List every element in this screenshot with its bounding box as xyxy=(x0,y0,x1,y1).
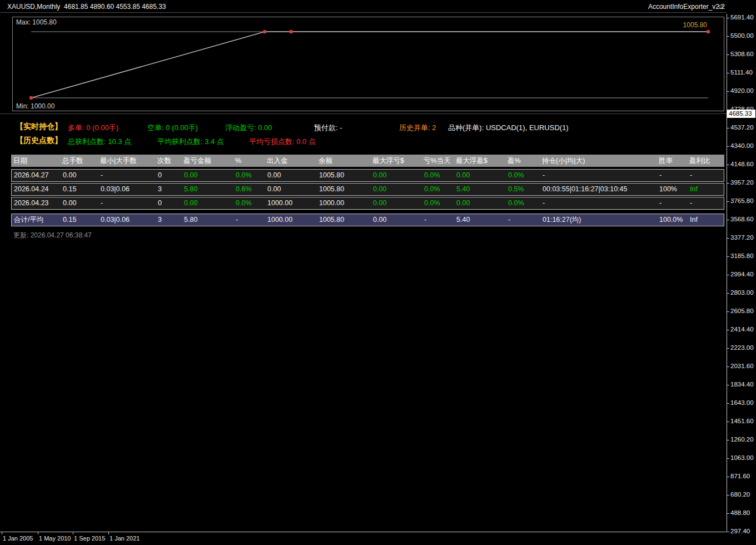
table-cell: 1005.80 xyxy=(319,214,344,226)
equity-min-label: Min: 1000.00 xyxy=(16,102,54,110)
price-tick xyxy=(727,238,729,239)
time-tick-label: 1 May 2010 xyxy=(39,535,71,542)
price-tick xyxy=(727,54,729,55)
table-cell: 3 xyxy=(158,184,162,195)
price-tick-label: 3185.80 xyxy=(730,252,754,259)
table-cell: 1000.00 xyxy=(267,197,292,209)
history-merged-value: 历史并单: 2 xyxy=(399,123,436,133)
price-tick-label: 2223.00 xyxy=(730,344,754,351)
price-tick-label: 871.60 xyxy=(730,473,750,479)
price-tick xyxy=(727,293,729,294)
margin-value: 预付款: - xyxy=(314,123,342,133)
table-cell: 0.00 xyxy=(373,214,386,226)
avg-profit-points: 平均获利点数: 3.4 点 xyxy=(157,137,224,147)
table-cell: 2026.04.24 xyxy=(14,184,49,195)
price-tick-label: 4728.60 xyxy=(730,106,754,112)
table-cell: 0.15 xyxy=(63,184,76,195)
header-cell: 亏%当天 xyxy=(424,155,451,167)
table-cell: 0.0% xyxy=(508,170,524,181)
price-tick xyxy=(727,220,729,220)
price-tick-label: 3568.60 xyxy=(730,216,754,222)
table-cell: 5.80 xyxy=(184,214,197,226)
price-tick xyxy=(727,18,729,18)
window-separator xyxy=(0,12,727,13)
table-cell: 2026.04.23 xyxy=(14,197,49,209)
header-cell: 盈亏金额 xyxy=(183,155,211,167)
price-tick-label: 3377.20 xyxy=(730,234,754,241)
table-cell: 2026.04.27 xyxy=(14,170,49,181)
table-cell: 0.00 xyxy=(267,170,281,181)
table-cell: 0.0% xyxy=(508,197,524,209)
table-cell: - xyxy=(101,170,103,181)
table-cell: 00:03:55|01:16:27|03:10:45 xyxy=(543,184,627,195)
price-tick-label: 1063.00 xyxy=(730,454,754,461)
price-axis[interactable]: 4685.33 5691.405500.005308.605111.404920… xyxy=(727,14,756,532)
price-tick xyxy=(727,403,729,404)
table-total-row: 合计/平均0.150.03|0.0635.80-1000.001005.800.… xyxy=(11,214,724,226)
price-tick xyxy=(727,73,729,73)
header-cell: 出入金 xyxy=(267,155,288,167)
price-tick xyxy=(727,495,729,496)
history-points-label: 【历史点数】 xyxy=(16,136,62,146)
symbols-merged-value: 品种(并单): USDCAD(1), EURUSD(1) xyxy=(448,123,569,133)
time-axis[interactable]: 1 Jan 20051 May 20101 Sep 20151 Jan 2021 xyxy=(0,532,727,545)
price-tick xyxy=(727,458,729,459)
table-cell: 0.00 xyxy=(63,170,76,181)
smiley-icon[interactable]: ☺ xyxy=(717,2,724,11)
table-cell: 0.0% xyxy=(424,184,440,195)
price-tick-label: 2414.40 xyxy=(730,326,754,333)
table-cell: 0.00 xyxy=(456,170,470,181)
price-tick-label: 4148.60 xyxy=(730,161,754,167)
time-axis-line xyxy=(0,532,727,532)
price-tick xyxy=(727,91,729,92)
table-cell: 0.0% xyxy=(236,197,252,209)
header-cell: 盈利比 xyxy=(689,155,710,167)
header-cell: 余额 xyxy=(319,155,332,167)
table-cell: 1005.80 xyxy=(319,170,344,181)
table-cell: 0.00 xyxy=(373,170,386,181)
price-tick xyxy=(727,183,729,184)
table-row: 2026.04.230.00-00.000.0%1000.001000.000.… xyxy=(11,197,724,210)
table-cell: 5.40 xyxy=(456,184,470,195)
header-cell: 次数 xyxy=(157,155,171,167)
header-cell: 总手数 xyxy=(62,155,83,167)
header-cell: % xyxy=(235,155,241,167)
price-tick-label: 2803.00 xyxy=(730,289,754,296)
price-tick xyxy=(727,110,729,110)
price-tick-label: 3765.80 xyxy=(730,197,754,204)
price-tick-label: 4537.20 xyxy=(730,124,754,131)
table-cell: - xyxy=(659,197,662,209)
price-tick-label: 297.40 xyxy=(730,528,750,534)
price-tick xyxy=(727,256,729,257)
table-cell: 1000.00 xyxy=(319,197,344,209)
table-cell: - xyxy=(508,214,510,226)
table-cell: 0.00 xyxy=(456,197,470,209)
header-cell: 最大浮亏$ xyxy=(372,155,404,167)
price-tick-label: 1643.00 xyxy=(730,399,754,406)
table-cell: 0.00 xyxy=(373,197,386,209)
price-tick xyxy=(727,440,729,440)
price-tick-label: 680.20 xyxy=(730,491,750,498)
total-profit-points: 总获利点数: 10.3 点 xyxy=(68,137,131,147)
price-tick-label: 5691.40 xyxy=(730,14,754,21)
table-cell: 0.0% xyxy=(424,170,440,181)
subwindow-separator[interactable] xyxy=(0,113,727,114)
table-cell: - xyxy=(101,197,103,209)
price-tick-label: 4340.00 xyxy=(730,142,754,149)
price-tick xyxy=(727,165,729,165)
price-tick-label: 5111.40 xyxy=(730,69,753,76)
price-tick-label: 2994.40 xyxy=(730,271,754,278)
table-header-row: 日期总手数最小|大手数次数盈亏金额%出入金余额最大浮亏$亏%当天最大浮盈$盈%持… xyxy=(11,155,724,167)
symbol-title: XAUUSD,Monthly 4681.85 4890.60 4553.85 4… xyxy=(7,3,166,11)
price-tick xyxy=(727,366,729,367)
time-tick xyxy=(2,532,2,534)
price-tick xyxy=(727,477,729,477)
time-tick-label: 1 Sep 2015 xyxy=(74,535,105,542)
table-cell: - xyxy=(424,214,426,226)
table-cell: - xyxy=(236,214,238,226)
table-cell: 0.5% xyxy=(508,184,524,195)
price-tick xyxy=(727,275,729,275)
price-tick-label: 1834.40 xyxy=(730,381,754,388)
table-cell: - xyxy=(543,197,545,209)
table-cell: - xyxy=(543,170,545,181)
